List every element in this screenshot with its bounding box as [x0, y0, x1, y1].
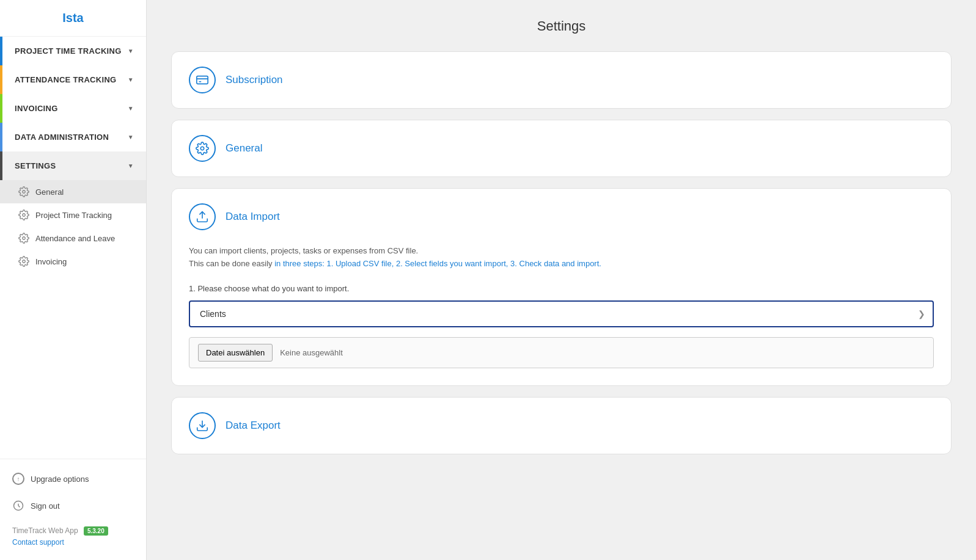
subscription-card: Subscription	[171, 51, 952, 109]
sidebar-item-attendance-tracking[interactable]: ATTENDANCE TRACKING ▼	[0, 65, 146, 94]
data-export-card: Data Export	[171, 397, 952, 454]
sidebar-item-data-administration[interactable]: DATA ADMINISTRATION ▼	[0, 123, 146, 151]
sidebar-sub-item-general[interactable]: General	[0, 180, 146, 203]
data-import-body: You can import clients, projects, tasks …	[172, 245, 951, 385]
gear-icon	[18, 186, 29, 197]
subscription-title: Subscription	[226, 74, 283, 86]
gear-icon	[18, 209, 29, 220]
page-title: Settings	[171, 18, 952, 34]
file-name-display: Keine ausgewählt	[280, 348, 343, 357]
general-icon	[189, 135, 216, 162]
svg-point-0	[23, 191, 26, 194]
version-badge: 5.3.20	[84, 526, 108, 536]
general-card-header[interactable]: General	[172, 120, 951, 176]
signout-icon	[12, 500, 24, 512]
svg-point-1	[23, 214, 26, 217]
chevron-down-icon: ▼	[128, 48, 134, 54]
subscription-icon	[189, 67, 216, 93]
sidebar-item-settings[interactable]: SETTINGS ▼	[0, 151, 146, 180]
data-import-icon	[189, 203, 216, 230]
gear-icon	[18, 233, 29, 244]
app-footer: TimeTrack Web App 5.3.20 Contact support	[0, 519, 146, 554]
data-import-card: Data Import You can import clients, proj…	[171, 188, 952, 386]
main-content: Settings Subscription General	[147, 0, 976, 560]
import-step-label: 1. Please choose what do you want to imp…	[189, 284, 934, 293]
upgrade-options-item[interactable]: ↑ Upgrade options	[0, 465, 146, 492]
data-import-title: Data Import	[226, 211, 280, 223]
sidebar-sub-item-project-time-tracking[interactable]: Project Time Tracking	[0, 203, 146, 227]
contact-support-link[interactable]: Contact support	[12, 538, 134, 547]
svg-line-6	[18, 506, 20, 507]
data-export-card-header[interactable]: Data Export	[172, 398, 951, 454]
sidebar-sub-item-invoicing[interactable]: Invoicing	[0, 250, 146, 273]
gear-icon	[18, 256, 29, 267]
sidebar: Ista PROJECT TIME TRACKING ▼ ATTENDANCE …	[0, 0, 147, 560]
chevron-down-icon: ▼	[128, 76, 134, 83]
chevron-down-icon: ▼	[128, 162, 134, 169]
svg-rect-7	[197, 76, 208, 84]
chevron-down-icon: ▼	[128, 134, 134, 140]
data-import-card-header[interactable]: Data Import	[172, 189, 951, 245]
subscription-card-header[interactable]: Subscription	[172, 52, 951, 108]
file-input-row: Datei auswählen Keine ausgewählt	[189, 337, 934, 368]
general-card: General	[171, 120, 952, 177]
sidebar-item-invoicing[interactable]: INVOICING ▼	[0, 94, 146, 123]
svg-point-2	[23, 237, 26, 240]
data-import-description: You can import clients, projects, tasks …	[189, 245, 934, 271]
data-export-title: Data Export	[226, 420, 281, 432]
data-export-icon	[189, 412, 216, 439]
svg-point-10	[200, 147, 204, 150]
sidebar-sub-item-attendance-leave[interactable]: Attendance and Leave	[0, 227, 146, 250]
import-type-select[interactable]: Clients Projects Tasks Expenses	[189, 300, 934, 327]
sidebar-item-project-time-tracking[interactable]: PROJECT TIME TRACKING ▼	[0, 37, 146, 65]
upgrade-icon: ↑	[12, 473, 24, 485]
sign-out-item[interactable]: Sign out	[0, 492, 146, 519]
import-select-wrapper: Clients Projects Tasks Expenses ❯	[189, 300, 934, 327]
sidebar-logo: Ista	[0, 0, 146, 37]
sidebar-bottom: ↑ Upgrade options Sign out TimeTrack Web…	[0, 459, 146, 560]
svg-point-3	[23, 260, 26, 263]
chevron-down-icon: ▼	[128, 105, 134, 112]
file-choose-button[interactable]: Datei auswählen	[198, 344, 273, 362]
general-card-title: General	[226, 142, 262, 155]
